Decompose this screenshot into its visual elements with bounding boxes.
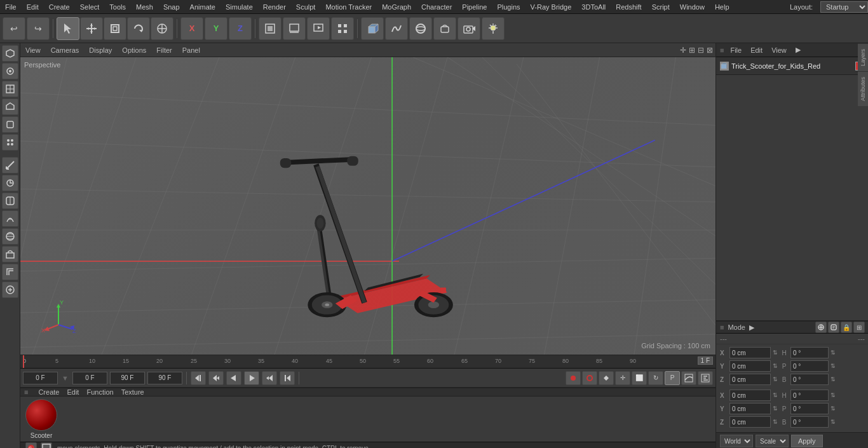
h-input[interactable] <box>790 347 829 358</box>
viewport-3d[interactable]: Perspective Grid Spacing : 100 cm Y X Z <box>20 57 715 355</box>
step-forward-button[interactable] <box>262 371 277 385</box>
layers-tab[interactable]: Layers <box>858 43 868 71</box>
redo-button[interactable]: ↪ <box>27 17 50 40</box>
viewport-menu-filter[interactable]: Filter <box>154 45 174 55</box>
h2-input[interactable] <box>790 390 829 401</box>
z2-pos-arrow[interactable]: ⇅ <box>773 419 778 425</box>
menu-render[interactable]: Render <box>258 2 291 12</box>
x2-pos-input[interactable] <box>729 390 771 401</box>
lp-mode-btn-4[interactable] <box>2 98 18 115</box>
scale-tool-button[interactable] <box>104 17 126 40</box>
menu-pipeline[interactable]: Pipeline <box>457 2 492 12</box>
lp-tool-btn-2[interactable] <box>2 175 18 191</box>
play-button[interactable] <box>244 371 259 385</box>
end-frame-input-2[interactable] <box>147 372 182 384</box>
obj-file-menu[interactable]: File <box>728 45 744 55</box>
lp-tool-btn-4[interactable] <box>2 210 18 227</box>
rotate-tool-button[interactable] <box>127 17 150 40</box>
y-pos-arrow[interactable]: ⇅ <box>773 363 778 369</box>
camera-button[interactable] <box>458 17 480 40</box>
h-arrow[interactable]: ⇅ <box>831 350 836 356</box>
go-to-end-button[interactable] <box>280 371 295 385</box>
render-settings-button[interactable] <box>331 17 354 40</box>
current-frame-input[interactable] <box>23 372 58 384</box>
attr-arrow-label[interactable]: ▶ <box>749 323 754 332</box>
cinema4d-icon[interactable]: C <box>25 442 37 448</box>
menu-character[interactable]: Character <box>416 2 457 12</box>
z-axis-button[interactable]: Z <box>229 17 252 40</box>
go-to-start-button[interactable] <box>191 371 206 385</box>
scale-mode-button[interactable]: ⬜ <box>632 371 647 385</box>
z2-pos-input[interactable] <box>729 416 771 428</box>
menu-tools[interactable]: Tools <box>104 2 131 12</box>
keyframe-button[interactable] <box>599 371 614 385</box>
lp-tool-btn-3[interactable] <box>2 193 18 209</box>
attributes-tab[interactable]: Attributes <box>858 71 868 106</box>
menu-3dtoall[interactable]: 3DToAll <box>576 2 611 12</box>
menu-create[interactable]: Create <box>44 2 75 12</box>
b-arrow[interactable]: ⇅ <box>831 376 836 383</box>
b-input[interactable] <box>790 374 829 385</box>
attr-mode-label[interactable]: Mode <box>728 323 745 331</box>
obj-view-menu[interactable]: View <box>769 45 789 55</box>
viewport-icon-4[interactable]: ⊠ <box>707 46 713 55</box>
attr-icon-3[interactable]: 🔒 <box>841 322 852 333</box>
play-reverse-button[interactable] <box>226 371 241 385</box>
material-preview[interactable] <box>25 399 57 431</box>
x-axis-button[interactable]: X <box>180 17 203 40</box>
p-arrow[interactable]: ⇅ <box>831 363 836 369</box>
menu-vray[interactable]: V-Ray Bridge <box>526 2 577 12</box>
menu-simulate[interactable]: Simulate <box>220 2 258 12</box>
light-button[interactable] <box>482 17 505 40</box>
menu-animate[interactable]: Animate <box>185 2 220 12</box>
lp-mode-btn-1[interactable] <box>2 45 18 62</box>
lp-mode-btn-5[interactable] <box>2 116 18 133</box>
obj-arrow-menu[interactable]: ▶ <box>793 44 803 55</box>
obj-edit-menu[interactable]: Edit <box>748 45 765 55</box>
spline-button[interactable] <box>385 17 408 40</box>
viewport-menu-options[interactable]: Options <box>119 45 149 55</box>
z-pos-input[interactable] <box>729 374 771 385</box>
step-back-button[interactable] <box>208 371 224 385</box>
cube-primitive-button[interactable] <box>361 17 384 40</box>
menu-redshift[interactable]: Redshift <box>611 2 646 12</box>
attr-icon-4[interactable]: ⊞ <box>853 322 865 333</box>
fcurve-button[interactable] <box>681 371 696 385</box>
viewport-icon-2[interactable]: ⊞ <box>689 46 695 55</box>
lp-tool-btn-6[interactable] <box>2 246 18 262</box>
menu-motion-tracker[interactable]: Motion Tracker <box>320 2 377 12</box>
menu-snap[interactable]: Snap <box>158 2 185 12</box>
lp-tool-btn-1[interactable] <box>2 157 18 173</box>
lp-mode-btn-6[interactable] <box>2 134 18 151</box>
viewport-menu-panel[interactable]: Panel <box>180 45 203 55</box>
lp-tool-btn-5[interactable] <box>2 228 18 245</box>
menu-select[interactable]: Select <box>75 2 105 12</box>
undo-button[interactable]: ↩ <box>3 17 25 40</box>
p2-arrow[interactable]: ⇅ <box>831 405 836 412</box>
bottom-menu-function[interactable]: Function <box>86 388 113 396</box>
menu-plugins[interactable]: Plugins <box>492 2 525 12</box>
bottom-menu-texture[interactable]: Texture <box>121 388 144 396</box>
material-item[interactable]: Scooter <box>25 399 57 439</box>
render-to-picture-viewer-button[interactable] <box>307 17 330 40</box>
lp-mode-btn-2[interactable] <box>2 63 18 79</box>
frame-button[interactable] <box>259 17 281 40</box>
attr-icon-1[interactable] <box>815 322 827 333</box>
transform-tool-button[interactable] <box>151 17 173 40</box>
h2-arrow[interactable]: ⇅ <box>831 392 836 398</box>
x-pos-arrow[interactable]: ⇅ <box>773 350 778 356</box>
menu-script[interactable]: Script <box>647 2 675 12</box>
b2-arrow[interactable]: ⇅ <box>831 419 836 425</box>
menu-help[interactable]: Help <box>710 2 735 12</box>
select-tool-button[interactable] <box>57 17 79 40</box>
start-frame-input[interactable] <box>72 372 107 384</box>
bottom-menu-create[interactable]: Create <box>38 388 59 396</box>
bottom-menu-edit[interactable]: Edit <box>67 388 79 396</box>
scale-select[interactable]: Scale <box>756 435 789 447</box>
y-axis-button[interactable]: Y <box>205 17 227 40</box>
menu-sculpt[interactable]: Sculpt <box>291 2 321 12</box>
move-tool-button[interactable] <box>80 17 103 40</box>
viewport-menu-display[interactable]: Display <box>86 45 114 55</box>
end-frame-input[interactable] <box>110 372 145 384</box>
layout-select[interactable]: Startup Standard <box>820 1 868 13</box>
